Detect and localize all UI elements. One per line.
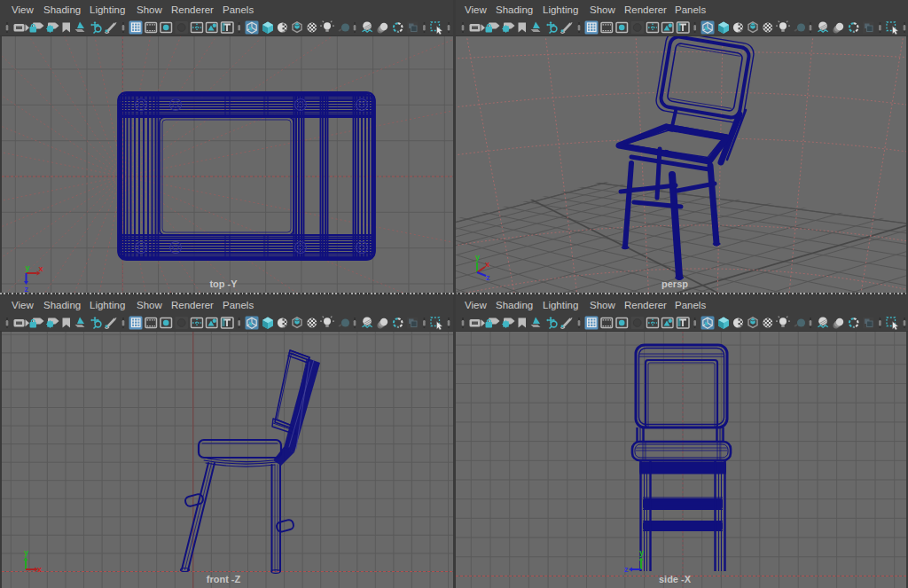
svg-text:y: y <box>26 263 30 272</box>
svg-text:y: y <box>475 253 480 262</box>
svg-text:x: x <box>39 264 43 273</box>
svg-text:z: z <box>25 285 29 293</box>
svg-text:x: x <box>37 565 42 574</box>
svg-text:z: z <box>486 273 490 282</box>
svg-text:z: z <box>624 565 629 574</box>
svg-text:y: y <box>639 548 644 557</box>
svg-text:x: x <box>485 260 489 269</box>
svg-text:y: y <box>24 548 28 557</box>
